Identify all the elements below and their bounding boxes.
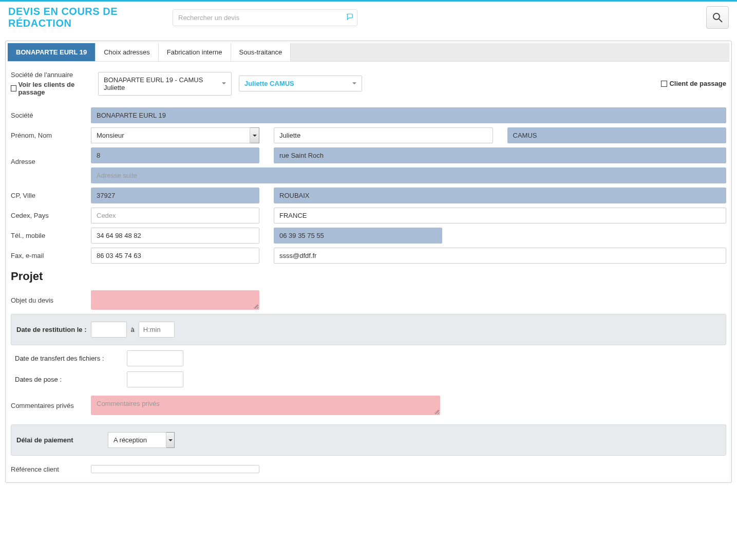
label-societe: Société — [11, 111, 91, 119]
label-prenom-nom: Prénom, Nom — [11, 132, 91, 139]
label-cp-ville: CP, Ville — [11, 192, 91, 199]
search-input[interactable] — [173, 9, 357, 26]
label-a: à — [131, 326, 135, 333]
select-civilite[interactable]: Monsieur — [91, 127, 259, 143]
field-fax[interactable]: 86 03 45 74 63 — [91, 248, 259, 264]
field-tel[interactable]: 34 64 98 48 82 — [91, 228, 259, 244]
field-cp: 37927 — [91, 188, 259, 203]
header-bar: DEVIS EN COURS DE RÉDACTION — [0, 0, 737, 33]
search-button[interactable] — [706, 6, 729, 29]
search-wrap — [173, 9, 357, 26]
field-adr-num: 8 — [91, 147, 259, 163]
select-contact[interactable]: Juliette CAMUS — [239, 76, 362, 91]
input-date-transfert[interactable] — [127, 350, 183, 366]
label-objet-devis: Objet du devis — [11, 296, 91, 304]
tab-bonaparte[interactable]: BONAPARTE EURL 19 — [8, 43, 96, 61]
checkbox-icon — [11, 85, 16, 91]
input-time-restitution[interactable] — [139, 322, 175, 338]
label-annuaire: Société de l'annuaire — [11, 71, 91, 79]
svg-point-0 — [713, 13, 720, 20]
panel-body: Société de l'annuaire Voir les clients d… — [8, 62, 729, 480]
input-dates-pose[interactable] — [127, 371, 183, 387]
select-delai-paiement[interactable]: A réception — [108, 432, 175, 448]
field-nom: CAMUS — [507, 127, 727, 143]
tab-choix-adresses[interactable]: Choix adresses — [96, 43, 159, 61]
label-adresse: Adresse — [11, 147, 91, 165]
label-reference-client: Référence client — [11, 465, 91, 473]
field-mobile: 06 39 35 75 55 — [274, 228, 442, 244]
label-fax-email: Fax, e-mail — [11, 252, 91, 259]
field-cedex[interactable]: Cedex — [91, 208, 259, 223]
svg-line-1 — [719, 19, 722, 22]
checkbox-icon — [661, 81, 667, 87]
field-societe: BONAPARTE EURL 19 — [91, 107, 726, 123]
page-title: DEVIS EN COURS DE RÉDACTION — [8, 6, 173, 29]
label-date-transfert: Date de transfert des fichiers : — [15, 354, 118, 362]
field-email[interactable]: ssss@dfdf.fr — [274, 248, 726, 264]
panel-date-restitution: Date de restitution le : à — [11, 314, 726, 345]
field-pays[interactable]: FRANCE — [274, 208, 726, 223]
input-date-restitution[interactable] — [91, 322, 127, 338]
field-ville: ROUBAIX — [274, 188, 726, 203]
label-commentaires: Commentaires privés — [11, 402, 91, 409]
section-title-projet: Projet — [11, 270, 726, 283]
chevron-down-icon — [166, 432, 175, 448]
speech-bubble-icon[interactable] — [346, 13, 353, 22]
label-tel-mobile: Tél., mobile — [11, 232, 91, 239]
main-panel: BONAPARTE EURL 19 Choix adresses Fabrica… — [5, 41, 732, 483]
chevron-down-icon — [250, 127, 259, 143]
label-date-restitution: Date de restitution le : — [16, 326, 87, 333]
label-cedex-pays: Cedex, Pays — [11, 212, 91, 219]
select-societe-annuaire[interactable]: BONAPARTE EURL 19 - CAMUS Juliette — [98, 72, 232, 96]
field-adr-voie: rue Saint Roch — [274, 147, 726, 163]
chk-voir-clients-passage[interactable]: Voir les clients de passage — [11, 81, 91, 96]
tab-sous-traitance[interactable]: Sous-traitance — [231, 43, 291, 61]
textarea-objet-devis[interactable] — [91, 290, 259, 310]
input-reference-client[interactable] — [91, 465, 259, 473]
tab-bar: BONAPARTE EURL 19 Choix adresses Fabrica… — [8, 43, 729, 62]
label-delai-paiement: Délai de paiement — [16, 436, 104, 444]
chk-client-passage[interactable]: Client de passage — [661, 80, 726, 87]
label-dates-pose: Dates de pose : — [15, 376, 118, 383]
field-adr-suite[interactable]: Adresse suite — [91, 167, 726, 183]
textarea-commentaires[interactable]: Commentaires privés — [91, 396, 440, 415]
tab-fabrication-interne[interactable]: Fabrication interne — [159, 43, 231, 61]
field-prenom[interactable]: Juliette — [274, 127, 493, 143]
